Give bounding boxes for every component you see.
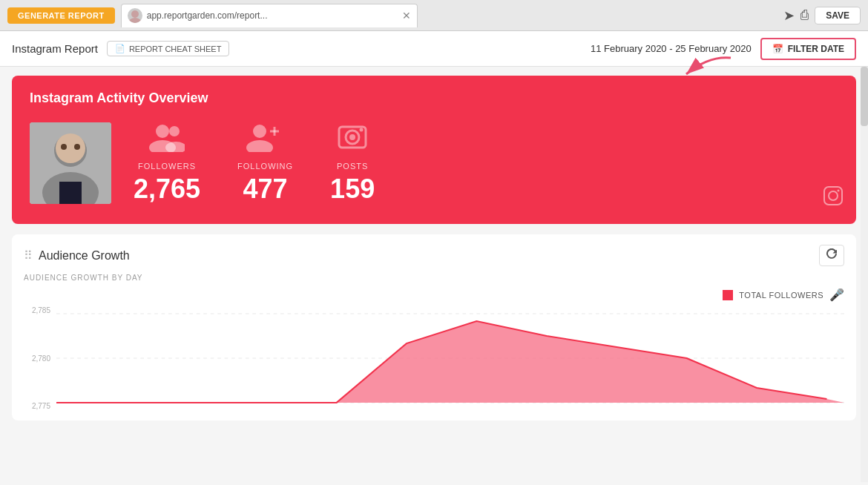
following-value: 477 (243, 174, 288, 205)
document-icon: 📄 (115, 44, 125, 53)
section-header: ⠿ Audience Growth (24, 245, 844, 266)
following-icon (246, 121, 285, 159)
svg-point-0 (131, 10, 139, 18)
microphone-icon[interactable]: 🎤 (829, 288, 844, 302)
svg-point-7 (61, 144, 67, 150)
audience-growth-title: Audience Growth (39, 249, 130, 263)
date-range: 11 February 2020 - 25 February 2020 (591, 43, 752, 54)
svg-point-24 (838, 190, 840, 192)
tab-close-icon[interactable]: ✕ (402, 10, 411, 22)
y-label-mid: 2,780 (24, 354, 55, 363)
posts-icon (336, 121, 369, 159)
chart-legend: TOTAL FOLLOWERS 🎤 (24, 288, 844, 302)
y-axis: 2,785 2,780 2,775 (24, 306, 55, 410)
svg-rect-9 (59, 182, 82, 204)
chart-content (56, 306, 844, 410)
posts-label: POSTS (337, 162, 368, 171)
send-icon[interactable]: ➤ (783, 7, 795, 24)
print-icon[interactable]: ⎙ (800, 7, 809, 23)
cheat-sheet-button[interactable]: 📄 REPORT CHEAT SHEET (107, 41, 230, 56)
svg-point-6 (56, 133, 85, 163)
main-content: Instagram Activity Overview (0, 67, 868, 429)
followers-icon (149, 121, 185, 159)
y-label-top: 2,785 (24, 306, 55, 314)
report-title: Instagram Report (12, 42, 98, 55)
svg-point-10 (156, 125, 169, 138)
tab-avatar (128, 8, 142, 23)
activity-overview-title: Instagram Activity Overview (30, 90, 838, 106)
generate-report-button[interactable]: GENERATE REPORT (7, 7, 115, 24)
chart-area: 2,785 2,780 2,775 (24, 306, 844, 410)
y-label-bottom: 2,775 (24, 402, 55, 410)
browser-tab[interactable]: app.reportgarden.com/report... ✕ (121, 4, 418, 27)
followers-stat: FOLLOWERS 2,765 (134, 121, 200, 205)
audience-growth-section: ⠿ Audience Growth AUDIENCE GROWTH BY DAY… (12, 234, 856, 420)
following-stat: FOLLOWING 477 (237, 121, 293, 205)
audience-chart-svg (56, 306, 844, 410)
browser-actions: ➤ ⎙ SAVE (783, 7, 861, 24)
filter-date-button[interactable]: 📅 FILTER DATE (760, 38, 856, 60)
svg-point-21 (360, 128, 364, 132)
cheat-sheet-label: REPORT CHEAT SHEET (129, 44, 222, 53)
filter-date-label: FILTER DATE (788, 44, 844, 54)
posts-value: 159 (330, 174, 375, 205)
activity-stats: FOLLOWERS 2,765 FOLLOWING 477 (30, 121, 838, 205)
svg-rect-22 (824, 187, 842, 205)
followers-label: FOLLOWERS (138, 162, 196, 171)
tab-url: app.reportgarden.com/report... (147, 10, 398, 21)
svg-point-8 (74, 144, 80, 150)
refresh-button[interactable] (819, 245, 844, 266)
svg-point-20 (349, 134, 355, 140)
svg-point-14 (253, 125, 266, 138)
profile-photo (30, 122, 111, 204)
legend-color-swatch (723, 290, 733, 300)
svg-point-11 (169, 126, 180, 136)
followers-value: 2,765 (134, 174, 200, 205)
chart-sub-label: AUDIENCE GROWTH BY DAY (24, 274, 844, 282)
svg-point-15 (246, 140, 273, 152)
posts-stat: POSTS 159 (330, 121, 375, 205)
save-button[interactable]: SAVE (815, 7, 861, 24)
instagram-logo (822, 185, 844, 212)
activity-overview-card: Instagram Activity Overview (12, 76, 856, 224)
svg-point-23 (829, 191, 838, 200)
drag-icon[interactable]: ⠿ (24, 248, 33, 263)
following-label: FOLLOWING (237, 162, 293, 171)
report-header: Instagram Report 📄 REPORT CHEAT SHEET 11… (0, 31, 868, 67)
svg-point-1 (128, 18, 142, 23)
browser-bar: GENERATE REPORT app.reportgarden.com/rep… (0, 0, 868, 31)
scrollbar-thumb[interactable] (861, 67, 868, 126)
scrollbar-track[interactable] (861, 67, 868, 482)
calendar-icon: 📅 (772, 44, 783, 54)
legend-label: TOTAL FOLLOWERS (739, 291, 823, 300)
